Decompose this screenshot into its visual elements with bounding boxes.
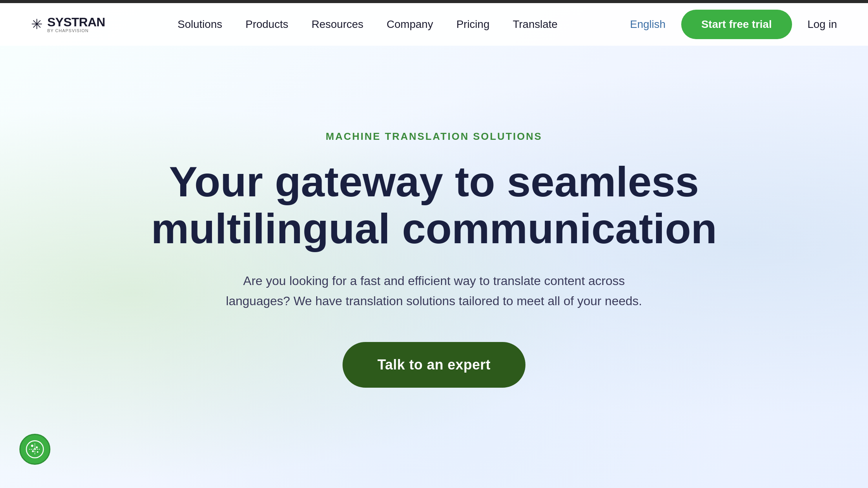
cookie-icon	[25, 440, 45, 459]
logo[interactable]: ✳ SYSTRAN by CHAPSVISION	[31, 16, 105, 33]
top-border	[0, 0, 868, 3]
nav-company[interactable]: Company	[387, 18, 433, 31]
svg-point-4	[37, 451, 38, 453]
logo-subtitle: by CHAPSVISION	[47, 28, 105, 33]
nav-resources[interactable]: Resources	[312, 18, 363, 31]
svg-point-2	[36, 447, 38, 448]
main-navigation: ✳ SYSTRAN by CHAPSVISION Solutions Produ…	[0, 3, 868, 46]
svg-point-1	[31, 445, 33, 447]
logo-text: SYSTRAN by CHAPSVISION	[47, 16, 105, 33]
nav-links: Solutions Products Resources Company Pri…	[177, 18, 558, 31]
cookie-button[interactable]	[19, 434, 50, 465]
hero-section: MACHINE TRANSLATION SOLUTIONS Your gatew…	[0, 30, 868, 488]
start-trial-button[interactable]: Start free trial	[681, 10, 792, 39]
nav-translate[interactable]: Translate	[513, 18, 558, 31]
nav-products[interactable]: Products	[245, 18, 288, 31]
nav-solutions[interactable]: Solutions	[177, 18, 222, 31]
svg-point-3	[32, 450, 34, 452]
language-selector[interactable]: English	[630, 18, 666, 31]
hero-tag: MACHINE TRANSLATION SOLUTIONS	[326, 131, 542, 143]
nav-pricing[interactable]: Pricing	[456, 18, 490, 31]
logo-icon: ✳	[31, 16, 43, 33]
hero-subtitle: Are you looking for a fast and efficient…	[221, 271, 647, 311]
login-button[interactable]: Log in	[808, 18, 837, 31]
talk-to-expert-button[interactable]: Talk to an expert	[343, 342, 525, 388]
logo-name: SYSTRAN	[47, 16, 105, 28]
hero-title: Your gateway to seamless multilingual co…	[124, 158, 744, 252]
nav-right: English Start free trial Log in	[630, 10, 837, 39]
